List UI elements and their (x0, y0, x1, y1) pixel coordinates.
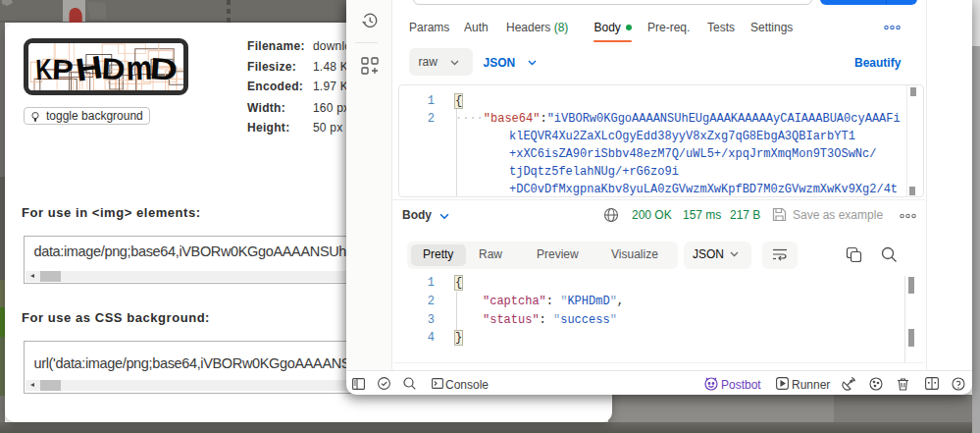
svg-text:D: D (149, 51, 180, 87)
svg-text:K: K (35, 53, 54, 86)
svg-text:P: P (51, 54, 74, 86)
svg-text:D: D (101, 51, 127, 86)
